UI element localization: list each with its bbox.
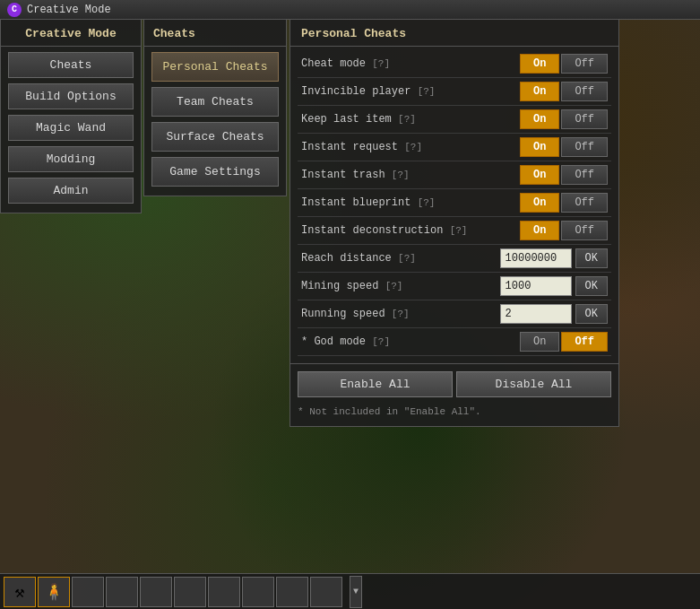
toggle-instant-request: On Off: [520, 137, 608, 157]
toggle-off-cheat-mode[interactable]: Off: [561, 54, 608, 74]
toggle-on-instant-deconstruction[interactable]: On: [520, 221, 559, 240]
toggle-on-cheat-mode[interactable]: On: [520, 54, 559, 74]
left-panel: Creative Mode Cheats Build Options Magic…: [0, 20, 142, 213]
input-running-speed[interactable]: [500, 304, 572, 324]
toggle-off-instant-deconstruction[interactable]: Off: [561, 221, 608, 240]
bottom-bar: ⚒ 🧍 ▼: [0, 573, 700, 609]
label-cheat-mode: Cheat mode [?]: [301, 57, 520, 70]
help-reach-distance[interactable]: [?]: [398, 253, 416, 264]
settings-table: Cheat mode [?] On Off Invincible player …: [290, 47, 618, 360]
setting-god-mode: * God mode [?] On Off: [298, 328, 611, 356]
ok-running-speed[interactable]: OK: [575, 304, 608, 324]
footnote: * Not included in "Enable All".: [290, 405, 618, 417]
toggle-on-instant-trash[interactable]: On: [520, 165, 559, 185]
hotbar-slot-6[interactable]: [174, 577, 206, 607]
hotbar-icon-2: 🧍: [44, 582, 64, 602]
help-instant-deconstruction[interactable]: [?]: [450, 225, 468, 236]
hotbar-slot-7[interactable]: [208, 577, 240, 607]
hotbar-slot-5[interactable]: [140, 577, 172, 607]
nav-admin[interactable]: Admin: [8, 178, 134, 204]
hotbar-slot-2[interactable]: 🧍: [38, 577, 70, 607]
label-running-speed: Running speed [?]: [301, 308, 500, 320]
toggle-cheat-mode: On Off: [520, 54, 608, 74]
help-invincible-player[interactable]: [?]: [418, 86, 436, 97]
label-invincible-player: Invincible player [?]: [301, 85, 520, 98]
input-reach-distance[interactable]: [500, 248, 572, 268]
nav-cheats[interactable]: Cheats: [8, 52, 134, 78]
btn-surface-cheats[interactable]: Surface Cheats: [151, 122, 279, 152]
toggle-off-instant-trash[interactable]: Off: [561, 165, 608, 185]
scroll-button[interactable]: ▼: [350, 576, 362, 608]
hotbar-slot-8[interactable]: [242, 577, 274, 607]
hotbar-slot-9[interactable]: [276, 577, 308, 607]
hotbar: ⚒ 🧍: [0, 574, 346, 610]
btn-game-settings[interactable]: Game Settings: [151, 157, 279, 187]
toggle-off-god-mode[interactable]: Off: [561, 332, 608, 352]
help-cheat-mode[interactable]: [?]: [372, 58, 390, 69]
hotbar-slot-4[interactable]: [106, 577, 138, 607]
enable-all-button[interactable]: Enable All: [298, 371, 453, 397]
label-mining-speed: Mining speed [?]: [301, 280, 500, 292]
label-instant-deconstruction: Instant deconstruction [?]: [301, 224, 520, 237]
toggle-off-keep-last-item[interactable]: Off: [561, 109, 608, 129]
help-instant-request[interactable]: [?]: [404, 142, 422, 152]
app-icon: C: [7, 3, 22, 17]
label-reach-distance: Reach distance [?]: [301, 252, 500, 265]
title-bar: C Creative Mode: [0, 0, 700, 20]
disable-all-button[interactable]: Disable All: [456, 371, 611, 397]
help-instant-trash[interactable]: [?]: [392, 170, 410, 180]
toggle-off-instant-request[interactable]: Off: [561, 137, 608, 157]
toggle-invincible-player: On Off: [520, 82, 608, 101]
toggle-god-mode: On Off: [520, 332, 608, 352]
toggle-instant-blueprint: On Off: [520, 193, 608, 213]
label-instant-trash: Instant trash [?]: [301, 169, 520, 181]
toggle-on-god-mode[interactable]: On: [520, 332, 559, 352]
hotbar-slot-3[interactable]: [72, 577, 104, 607]
toggle-on-instant-blueprint[interactable]: On: [520, 193, 559, 213]
title-text: Creative Mode: [27, 4, 111, 16]
setting-keep-last-item: Keep last item [?] On Off: [298, 106, 611, 134]
setting-instant-blueprint: Instant blueprint [?] On Off: [298, 189, 611, 217]
toggle-instant-trash: On Off: [520, 165, 608, 185]
label-instant-blueprint: Instant blueprint [?]: [301, 196, 520, 209]
middle-panel: Cheats Personal Cheats Team Cheats Surfa…: [143, 20, 287, 196]
ok-mining-speed[interactable]: OK: [575, 276, 608, 296]
label-keep-last-item: Keep last item [?]: [301, 113, 520, 126]
help-instant-blueprint[interactable]: [?]: [418, 197, 436, 208]
label-instant-request: Instant request [?]: [301, 141, 520, 153]
help-god-mode[interactable]: [?]: [372, 336, 390, 347]
setting-mining-speed: Mining speed [?] OK: [298, 273, 611, 300]
setting-instant-request: Instant request [?] On Off: [298, 134, 611, 161]
toggle-instant-deconstruction: On Off: [520, 221, 608, 240]
setting-cheat-mode: Cheat mode [?] On Off: [298, 50, 611, 78]
input-mining-speed[interactable]: [500, 276, 572, 296]
nav-build-options[interactable]: Build Options: [8, 83, 134, 109]
help-mining-speed[interactable]: [?]: [385, 281, 403, 291]
hotbar-slot-1[interactable]: ⚒: [4, 577, 36, 607]
setting-invincible-player: Invincible player [?] On Off: [298, 78, 611, 106]
btn-personal-cheats[interactable]: Personal Cheats: [151, 52, 279, 82]
nav-modding[interactable]: Modding: [8, 146, 134, 172]
ok-reach-distance[interactable]: OK: [575, 248, 608, 268]
hotbar-slot-10[interactable]: [310, 577, 342, 607]
help-running-speed[interactable]: [?]: [392, 309, 410, 319]
toggle-off-instant-blueprint[interactable]: Off: [561, 193, 608, 213]
toggle-on-invincible-player[interactable]: On: [520, 82, 559, 101]
setting-reach-distance: Reach distance [?] OK: [298, 245, 611, 273]
setting-instant-deconstruction: Instant deconstruction [?] On Off: [298, 217, 611, 245]
nav-magic-wand[interactable]: Magic Wand: [8, 115, 134, 141]
left-panel-title: Creative Mode: [1, 20, 141, 47]
toggle-off-invincible-player[interactable]: Off: [561, 82, 608, 101]
toggle-keep-last-item: On Off: [520, 109, 608, 129]
help-keep-last-item[interactable]: [?]: [398, 114, 416, 125]
toggle-on-instant-request[interactable]: On: [520, 137, 559, 157]
right-panel-title: Personal Cheats: [290, 20, 618, 47]
right-panel: Personal Cheats Cheat mode [?] On Off In…: [290, 20, 619, 427]
label-god-mode: * God mode [?]: [301, 335, 520, 348]
toggle-on-keep-last-item[interactable]: On: [520, 109, 559, 129]
bottom-buttons: Enable All Disable All: [290, 363, 618, 405]
btn-team-cheats[interactable]: Team Cheats: [151, 87, 279, 117]
setting-instant-trash: Instant trash [?] On Off: [298, 161, 611, 189]
setting-running-speed: Running speed [?] OK: [298, 300, 611, 328]
hotbar-icon-1: ⚒: [15, 582, 25, 602]
